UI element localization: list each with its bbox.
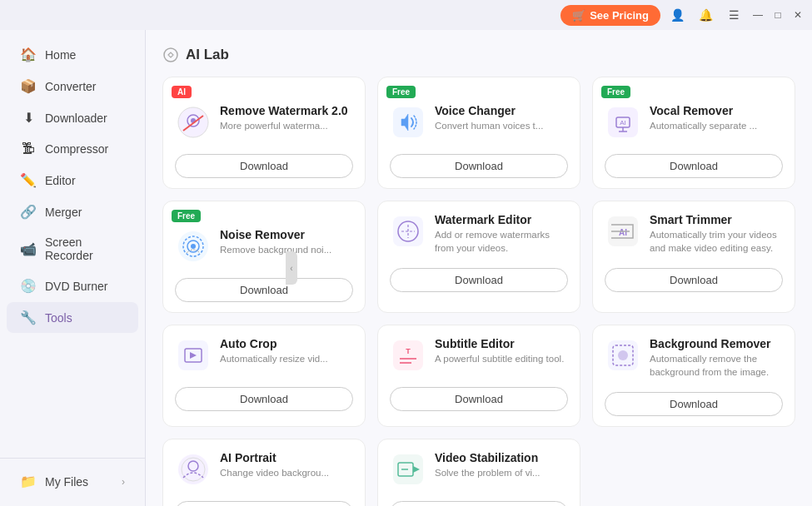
close-button[interactable]: ✕ xyxy=(790,7,805,22)
tool-icon-auto-crop xyxy=(175,337,212,374)
tool-card-top-ai-portrait: AI Portrait Change video backgrou... xyxy=(175,451,353,488)
sidebar-item-editor[interactable]: ✏️ Editor xyxy=(7,165,138,196)
sidebar-item-downloader[interactable]: ⬇ Downloader xyxy=(7,102,138,133)
tool-info-subtitle-editor: Subtitle Editor A powerful subtitle edit… xyxy=(435,337,568,365)
tool-card-noise-remover: Free Noise Remover Remove background noi… xyxy=(162,201,366,313)
screen-recorder-icon: 📹 xyxy=(20,241,37,257)
download-button-subtitle-editor[interactable]: Download xyxy=(390,387,568,411)
compressor-label: Compressor xyxy=(45,142,108,156)
tool-card-top-voice-changer: Voice Changer Convert human voices t... xyxy=(390,104,568,141)
converter-label: Converter xyxy=(45,80,96,93)
sidebar-item-myfiles[interactable]: 📁 My Files › xyxy=(7,466,138,497)
maximize-button[interactable]: □ xyxy=(770,7,785,22)
tools-icon: 🔧 xyxy=(20,310,37,325)
converter-icon: 📦 xyxy=(20,78,37,94)
tool-name-noise-remover: Noise Remover xyxy=(220,228,353,241)
tool-icon-subtitle-editor: T xyxy=(390,337,426,374)
merger-label: Merger xyxy=(45,206,82,219)
myfiles-icon: 📁 xyxy=(20,474,37,489)
tool-desc-ai-portrait: Change video backgrou... xyxy=(220,466,353,479)
title-bar: 🛒 See Pricing 👤 🔔 ☰ — □ ✕ xyxy=(0,0,812,30)
home-label: Home xyxy=(45,48,76,62)
tool-card-top-noise-remover: Noise Remover Remove background noi... xyxy=(175,228,353,265)
tool-card-subtitle-editor: T Subtitle Editor A powerful subtitle ed… xyxy=(377,325,580,427)
tool-icon-remove-watermark xyxy=(175,104,212,141)
download-button-watermark-editor[interactable]: Download xyxy=(390,268,568,292)
badge-vocal-remover: Free xyxy=(601,86,630,98)
download-button-voice-changer[interactable]: Download xyxy=(390,154,568,178)
download-button-video-stabilization[interactable]: Download xyxy=(390,501,568,506)
tool-name-auto-crop: Auto Crop xyxy=(220,337,353,350)
svg-text:AI: AI xyxy=(620,119,626,126)
tool-card-smart-trimmer: AI Smart Trimmer Automatically trim your… xyxy=(592,201,795,313)
tool-name-vocal-remover: Vocal Remover xyxy=(650,104,783,117)
tool-name-ai-portrait: AI Portrait xyxy=(220,451,353,464)
tool-desc-subtitle-editor: A powerful subtitle editing tool. xyxy=(435,352,568,365)
tool-desc-watermark-editor: Add or remove watermarks from your video… xyxy=(435,228,568,255)
see-pricing-button[interactable]: 🛒 See Pricing xyxy=(560,5,660,26)
download-button-auto-crop[interactable]: Download xyxy=(175,387,353,411)
ai-lab-icon xyxy=(162,47,179,63)
sidebar-item-compressor[interactable]: 🗜 Compressor xyxy=(7,134,138,164)
home-icon: 🏠 xyxy=(20,47,37,62)
dvd-burner-icon: 💿 xyxy=(20,278,37,294)
download-button-background-remover[interactable]: Download xyxy=(605,392,783,416)
sidebar-item-screen-recorder[interactable]: 📹 Screen Recorder xyxy=(7,228,138,270)
bell-icon[interactable]: 🔔 xyxy=(694,3,717,27)
menu-icon[interactable]: ☰ xyxy=(722,3,745,27)
tool-name-smart-trimmer: Smart Trimmer xyxy=(650,213,783,226)
tool-name-background-remover: Background Remover xyxy=(650,337,783,350)
tool-name-video-stabilization: Video Stabilization xyxy=(435,451,568,464)
collapse-handle[interactable]: ‹ xyxy=(286,251,297,285)
tool-card-top-watermark-editor: Watermark Editor Add or remove watermark… xyxy=(390,213,568,255)
minimize-button[interactable]: — xyxy=(750,7,765,22)
sidebar-item-dvd-burner[interactable]: 💿 DVD Burner xyxy=(7,270,138,301)
sidebar-item-merger[interactable]: 🔗 Merger xyxy=(7,196,138,227)
see-pricing-label: See Pricing xyxy=(590,9,649,22)
tool-card-top-auto-crop: Auto Crop Automatically resize vid... xyxy=(175,337,353,374)
tool-info-auto-crop: Auto Crop Automatically resize vid... xyxy=(220,337,353,365)
tool-card-top-subtitle-editor: T Subtitle Editor A powerful subtitle ed… xyxy=(390,337,568,374)
tool-card-remove-watermark: AI Remove Watermark 2.0 More powerful wa… xyxy=(162,77,366,189)
sidebar-item-converter[interactable]: 📦 Converter xyxy=(7,71,138,102)
screen-recorder-label: Screen Recorder xyxy=(45,236,125,262)
svg-text:T: T xyxy=(406,347,411,355)
download-button-noise-remover[interactable]: Download xyxy=(175,278,353,302)
sidebar: 🏠 Home 📦 Converter ⬇ Downloader 🗜 Compre… xyxy=(0,30,146,506)
badge-noise-remover: Free xyxy=(172,210,201,222)
tool-desc-voice-changer: Convert human voices t... xyxy=(435,119,568,132)
sidebar-item-tools[interactable]: 🔧 Tools xyxy=(7,302,138,333)
tool-info-watermark-editor: Watermark Editor Add or remove watermark… xyxy=(435,213,568,255)
tool-card-background-remover: Background Remover Automatically remove … xyxy=(592,325,795,427)
dvd-burner-label: DVD Burner xyxy=(45,280,107,293)
tool-card-top-video-stabilization: Video Stabilization Solve the problem of… xyxy=(390,451,568,488)
svg-point-14 xyxy=(191,244,196,249)
tool-desc-auto-crop: Automatically resize vid... xyxy=(220,352,353,365)
tool-card-top-background-remover: Background Remover Automatically remove … xyxy=(605,337,783,379)
tool-icon-smart-trimmer: AI xyxy=(605,213,641,250)
tool-icon-noise-remover xyxy=(175,228,212,265)
myfiles-arrow: › xyxy=(122,476,125,488)
tools-label: Tools xyxy=(45,311,72,325)
user-icon[interactable]: 👤 xyxy=(665,3,689,27)
editor-icon: ✏️ xyxy=(20,172,37,188)
download-button-vocal-remover[interactable]: Download xyxy=(605,154,783,178)
tool-card-top-smart-trimmer: AI Smart Trimmer Automatically trim your… xyxy=(605,213,783,255)
tool-icon-video-stabilization xyxy=(390,451,426,488)
app-container: 🏠 Home 📦 Converter ⬇ Downloader 🗜 Compre… xyxy=(0,30,812,506)
tool-info-background-remover: Background Remover Automatically remove … xyxy=(650,337,783,379)
sidebar-item-home[interactable]: 🏠 Home xyxy=(7,39,138,70)
tool-name-watermark-editor: Watermark Editor xyxy=(435,213,568,226)
download-button-smart-trimmer[interactable]: Download xyxy=(605,268,783,292)
section-title: AI Lab xyxy=(186,47,229,63)
compressor-icon: 🗜 xyxy=(20,141,37,156)
main-content: AI Lab AI Remove Watermark 2.0 More powe… xyxy=(146,30,812,506)
download-button-remove-watermark[interactable]: Download xyxy=(175,154,353,178)
download-button-ai-portrait[interactable]: Download xyxy=(175,501,353,506)
tool-info-voice-changer: Voice Changer Convert human voices t... xyxy=(435,104,568,132)
tool-name-subtitle-editor: Subtitle Editor xyxy=(435,337,568,350)
tool-icon-watermark-editor xyxy=(390,213,426,250)
tool-card-ai-portrait: AI Portrait Change video backgrou... Dow… xyxy=(162,439,366,506)
tool-info-video-stabilization: Video Stabilization Solve the problem of… xyxy=(435,451,568,479)
sidebar-bottom: 📁 My Files › xyxy=(0,458,145,498)
